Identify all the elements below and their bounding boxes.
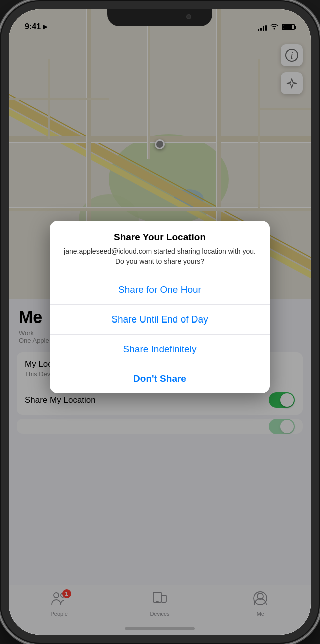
notch: [108, 9, 212, 26]
location-arrow-icon: ▶: [43, 23, 48, 30]
signal-bar-4: [266, 25, 267, 31]
signal-bars: [258, 24, 267, 31]
phone-frame: 9:41 ▶: [0, 0, 320, 644]
signal-bar-2: [260, 28, 262, 31]
time-display: 9:41: [25, 22, 41, 31]
dialog-message: jane.appleseed@icloud.com started sharin…: [62, 247, 258, 266]
signal-bar-1: [258, 29, 260, 31]
share-location-dialog: Share Your Location jane.appleseed@iclou…: [50, 221, 270, 393]
dialog-header: Share Your Location jane.appleseed@iclou…: [50, 221, 270, 274]
signal-bar-3: [263, 26, 264, 31]
battery-icon: [282, 24, 295, 30]
status-icons: [258, 23, 295, 31]
screen: 9:41 ▶: [9, 9, 311, 635]
share-indefinitely-button[interactable]: Share Indefinitely: [50, 335, 270, 364]
battery-fill: [284, 25, 292, 29]
share-one-hour-button[interactable]: Share for One Hour: [50, 275, 270, 305]
dialog-title: Share Your Location: [62, 232, 258, 243]
dialog-overlay: Share Your Location jane.appleseed@iclou…: [9, 9, 311, 635]
wifi-icon: [270, 23, 279, 31]
share-end-of-day-button[interactable]: Share Until End of Day: [50, 305, 270, 335]
camera-dot: [186, 14, 192, 19]
status-time: 9:41 ▶: [25, 22, 48, 31]
dont-share-button[interactable]: Don't Share: [50, 364, 270, 393]
